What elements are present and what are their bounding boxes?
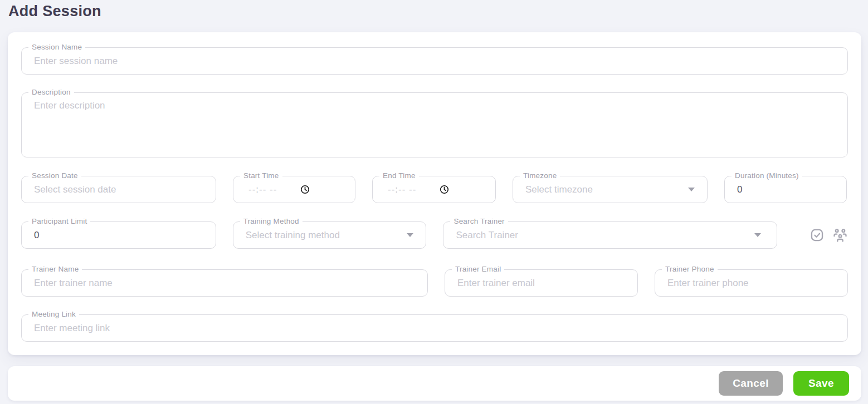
search-trainer-select[interactable]: Search Trainer Search Trainer [443,221,777,249]
trainer-details-row: Trainer Name Trainer Email Trainer Phone [21,269,848,297]
duration-label: Duration (Minutes) [732,171,802,181]
start-time-clock-icon[interactable] [300,185,310,194]
description-label: Description [28,87,74,98]
start-time-value[interactable]: --:-- -- [248,184,277,195]
trainer-phone-field[interactable]: Trainer Phone [655,269,848,297]
participant-limit-field[interactable]: Participant Limit [21,221,216,249]
session-date-label: Session Date [28,171,81,181]
training-method-select[interactable]: Training Method Select training method [233,221,427,249]
timezone-value: Select timezone [525,184,593,195]
search-trainer-value: Search Trainer [456,230,518,241]
trainer-name-input[interactable] [22,270,427,296]
cancel-button[interactable]: Cancel [719,371,783,396]
description-input[interactable] [22,93,847,157]
session-name-label: Session Name [28,42,85,53]
trainer-name-field[interactable]: Trainer Name [21,269,428,297]
end-time-clock-icon[interactable] [440,185,449,194]
end-time-label: End Time [379,171,419,181]
chevron-down-icon [754,233,761,237]
add-session-form-card: Session Name Description Session Date St… [8,32,861,355]
timezone-label: Timezone [520,171,560,181]
start-time-label: Start Time [240,171,282,181]
users-group-icon[interactable] [832,228,848,243]
description-field[interactable]: Description [21,92,848,157]
trainer-phone-label: Trainer Phone [662,264,718,275]
session-date-field[interactable]: Session Date [21,176,216,203]
chevron-down-icon [688,188,695,191]
page-title: Add Session [8,3,101,20]
duration-field[interactable]: Duration (Minutes) [724,176,847,203]
start-time-field[interactable]: Start Time --:-- -- [233,176,355,203]
end-time-field[interactable]: End Time --:-- -- [372,176,496,203]
save-button[interactable]: Save [793,371,849,396]
timezone-select[interactable]: Timezone Select timezone [513,176,708,203]
session-name-input[interactable] [22,48,847,74]
trainer-name-label: Trainer Name [28,264,82,275]
trainer-email-label: Trainer Email [452,264,504,275]
training-method-value: Select training method [246,230,340,241]
meeting-link-input[interactable] [22,315,847,341]
trainer-icon-actions [810,228,848,243]
form-action-bar: Cancel Save [8,366,861,401]
chevron-down-icon [407,233,413,237]
training-method-label: Training Method [240,216,303,227]
end-time-value[interactable]: --:-- -- [388,184,416,195]
schedule-row: Session Date Start Time --:-- -- End Tim… [21,176,848,203]
meeting-link-label: Meeting Link [28,309,79,320]
search-trainer-label: Search Trainer [450,216,508,227]
session-name-field[interactable]: Session Name [21,47,848,75]
trainer-select-row: Participant Limit Training Method Select… [21,221,848,249]
meeting-link-field[interactable]: Meeting Link [21,314,848,342]
participant-limit-label: Participant Limit [28,216,90,227]
check-square-icon[interactable] [810,228,825,243]
trainer-email-field[interactable]: Trainer Email [445,269,638,297]
